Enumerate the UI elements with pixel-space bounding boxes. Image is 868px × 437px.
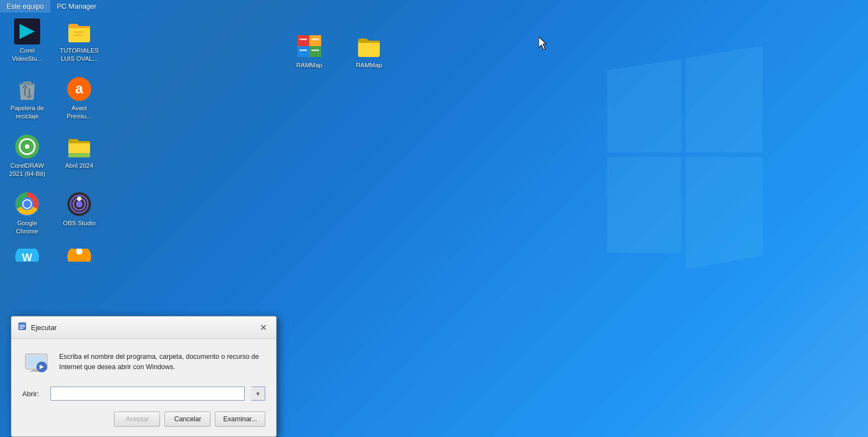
svg-rect-6 xyxy=(74,31,85,33)
partial-left-icon: W xyxy=(14,249,40,262)
icon-partial-right[interactable] xyxy=(58,245,101,262)
icon-papelera[interactable]: Papelera dereciclaje xyxy=(5,73,49,124)
avast-label: AvastPremiu... xyxy=(67,104,92,121)
svg-marker-2 xyxy=(608,157,681,252)
abril2024-label: Abril 2024 xyxy=(65,162,93,170)
icon-google-chrome[interactable]: GoogleChrome xyxy=(5,188,49,239)
icon-row-2: Papelera dereciclaje a AvastPremiu... xyxy=(5,73,101,124)
svg-rect-33 xyxy=(299,49,307,51)
svg-rect-29 xyxy=(297,46,309,57)
desktop: Este equipo PC Manager CorelVideoStu... xyxy=(0,0,868,437)
coreldraw-icon xyxy=(14,134,40,160)
rammap-exe-icon xyxy=(296,33,322,59)
run-dialog-close-button[interactable]: ✕ xyxy=(257,321,270,334)
run-dialog-description: Escriba el nombre del programa, carpeta,… xyxy=(59,349,265,372)
coreldraw-label: CorelDRAW2021 (64-Bit) xyxy=(9,162,45,178)
svg-marker-0 xyxy=(608,60,681,152)
svg-rect-27 xyxy=(297,35,309,46)
obs-studio-icon xyxy=(66,191,92,217)
mouse-cursor xyxy=(539,37,550,50)
svg-rect-13 xyxy=(68,153,90,157)
svg-rect-28 xyxy=(309,35,321,46)
icon-row-4: GoogleChrome OBS Studio xyxy=(5,188,101,239)
tutoriales-label: TUTORIALESLUIS OVAL... xyxy=(60,47,99,63)
tutoriales-icon xyxy=(66,18,92,45)
run-dialog-title-text: Ejecutar xyxy=(31,324,57,332)
run-dialog-title-area: Ejecutar xyxy=(18,322,57,333)
windows-logo-watermark xyxy=(597,27,770,299)
svg-rect-32 xyxy=(311,39,319,40)
run-dialog-dropdown-button[interactable]: ▼ xyxy=(251,387,265,401)
icon-avast[interactable]: a AvastPremiu... xyxy=(58,73,101,124)
top-menu-pc-manager[interactable]: PC Manager xyxy=(50,0,103,12)
run-dialog-open-input[interactable] xyxy=(50,387,245,401)
svg-rect-38 xyxy=(20,326,25,327)
icon-abril2024[interactable]: Abril 2024 xyxy=(58,130,101,173)
icon-partial-left[interactable]: W xyxy=(5,245,49,262)
rammap-icons-area: RAMMap RAMMap xyxy=(288,30,391,73)
corel-videostudio-label: CorelVideoStu... xyxy=(12,47,42,63)
svg-point-21 xyxy=(77,197,81,201)
papelera-label: Papelera dereciclaje xyxy=(10,104,44,121)
run-dialog-input-row: Abrir: ▼ xyxy=(22,387,265,401)
icon-obs-studio[interactable]: OBS Studio xyxy=(58,188,101,231)
icon-rammap-exe[interactable]: RAMMap xyxy=(288,30,331,73)
icon-rammap-folder[interactable]: RAMMap xyxy=(347,30,391,73)
run-dialog-buttons: Aceptar Cancelar Examinar... xyxy=(22,411,265,429)
run-dialog-cancel-button[interactable]: Cancelar xyxy=(164,411,210,427)
svg-rect-39 xyxy=(20,328,23,329)
svg-marker-35 xyxy=(539,37,546,50)
run-dialog-accept-button[interactable]: Aceptar xyxy=(114,411,160,427)
top-menu: Este equipo PC Manager xyxy=(0,0,103,12)
svg-rect-31 xyxy=(299,39,307,40)
rammap-folder-label: RAMMap xyxy=(356,61,382,69)
run-dialog-open-label: Abrir: xyxy=(22,390,44,398)
icon-corel-videostudio[interactable]: CorelVideoStu... xyxy=(5,15,49,66)
google-chrome-icon xyxy=(14,191,40,217)
svg-rect-37 xyxy=(20,325,25,326)
run-dialog-titlebar: Ejecutar ✕ xyxy=(11,316,276,339)
svg-text:a: a xyxy=(75,80,84,97)
svg-rect-34 xyxy=(311,49,319,51)
corel-videostudio-icon xyxy=(14,18,40,45)
rammap-folder-icon xyxy=(356,33,382,59)
icon-row-partial: W xyxy=(5,245,101,262)
svg-marker-1 xyxy=(686,46,762,152)
icon-row-3: CorelDRAW2021 (64-Bit) Abril 2024 xyxy=(5,130,101,181)
svg-rect-7 xyxy=(74,35,82,36)
top-menu-este-equipo[interactable]: Este equipo xyxy=(0,0,50,12)
svg-rect-30 xyxy=(309,46,321,57)
avast-icon: a xyxy=(66,76,92,102)
icon-coreldraw[interactable]: CorelDRAW2021 (64-Bit) xyxy=(5,130,49,181)
papelera-icon xyxy=(14,76,40,102)
abril2024-icon xyxy=(66,134,92,160)
svg-point-16 xyxy=(23,200,31,208)
run-dialog-browse-button[interactable]: Examinar... xyxy=(215,411,265,427)
icon-row-1: CorelVideoStu... TUTORIALESLUIS OVAL... xyxy=(5,15,101,66)
svg-text:W: W xyxy=(22,251,33,262)
run-dialog-run-icon xyxy=(22,349,50,377)
run-dialog-body: Escriba el nombre del programa, carpeta,… xyxy=(11,339,276,436)
rammap-exe-label: RAMMap xyxy=(296,61,322,69)
svg-point-12 xyxy=(25,144,29,149)
google-chrome-label: GoogleChrome xyxy=(16,219,39,236)
run-dialog: Ejecutar ✕ Escrib xyxy=(11,316,277,437)
run-dialog-title-icon xyxy=(18,322,27,333)
icon-tutoriales[interactable]: TUTORIALESLUIS OVAL... xyxy=(58,15,101,66)
desktop-icons-area: CorelVideoStu... TUTORIALESLUIS OVAL... xyxy=(5,15,101,262)
run-dialog-info: Escriba el nombre del programa, carpeta,… xyxy=(22,349,265,377)
obs-studio-label: OBS Studio xyxy=(63,219,95,227)
svg-marker-3 xyxy=(686,157,762,269)
partial-right-icon xyxy=(66,249,92,262)
svg-point-20 xyxy=(76,201,82,207)
